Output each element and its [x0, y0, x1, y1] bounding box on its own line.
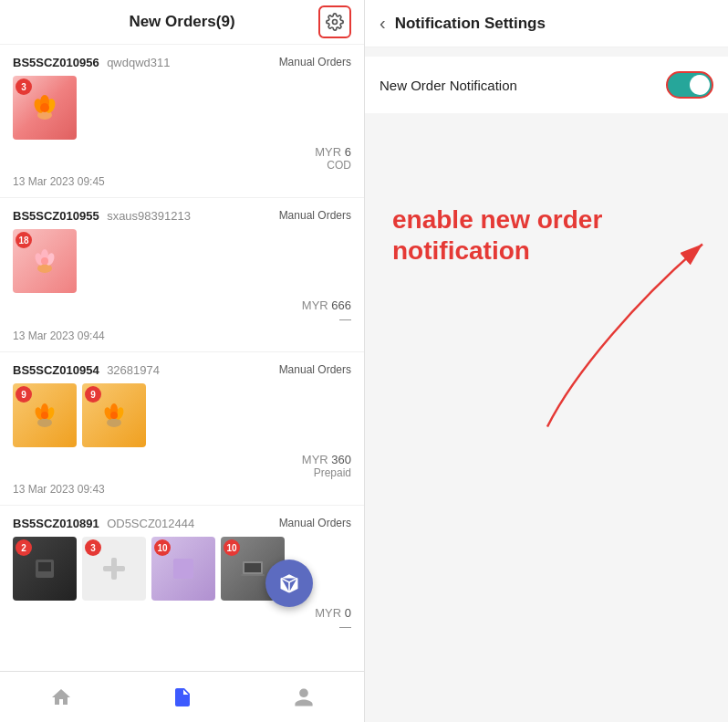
- image-badge: 10: [154, 539, 171, 556]
- right-panel-title: Notification Settings: [395, 15, 546, 33]
- left-panel: New Orders(9) BS5SCZ010956 qwdqwd311 Man…: [0, 0, 365, 722]
- image-badge: 18: [16, 232, 32, 248]
- new-order-notification-toggle[interactable]: [666, 71, 713, 99]
- svg-rect-28: [241, 574, 265, 576]
- svg-point-20: [110, 412, 118, 419]
- image-badge: 3: [16, 78, 32, 95]
- order-username: sxaus98391213: [107, 209, 191, 223]
- image-badge: 9: [16, 386, 32, 403]
- svg-point-16: [107, 418, 121, 427]
- nav-profile[interactable]: [243, 672, 364, 722]
- product-image: 2: [13, 537, 77, 601]
- order-time: 13 Mar 2023 09:45: [13, 175, 351, 188]
- annotation-area: enable new ordernotification: [365, 113, 728, 722]
- order-type: Manual Orders: [279, 209, 351, 222]
- product-image: 9: [82, 383, 146, 447]
- order-item[interactable]: BS5SCZ010955 sxaus98391213 Manual Orders: [0, 198, 364, 352]
- nav-home[interactable]: [0, 672, 121, 722]
- settings-button[interactable]: [318, 5, 351, 38]
- order-amount: MYR 666: [302, 298, 351, 312]
- image-badge: 10: [224, 539, 240, 556]
- toggle-knob: [690, 75, 710, 95]
- box-icon: [277, 571, 301, 595]
- back-button[interactable]: ‹: [380, 13, 386, 34]
- image-badge: 2: [16, 539, 32, 556]
- amount-section: MYR 6 COD: [13, 145, 351, 172]
- notification-setting-row: New Order Notification: [365, 57, 728, 113]
- right-panel: ‹ Notification Settings New Order Notifi…: [365, 0, 728, 722]
- profile-icon: [293, 686, 315, 708]
- order-payment: Prepaid: [314, 466, 351, 479]
- product-image: 9: [13, 383, 77, 447]
- order-id: BS5SCZ010956: [13, 56, 99, 69]
- order-username: 32681974: [107, 363, 160, 377]
- left-header: New Orders(9): [0, 0, 364, 45]
- order-item[interactable]: BS5SCZ010956 qwdqwd311 Manual Orders: [0, 45, 364, 198]
- product-image: 3: [13, 76, 77, 140]
- nav-orders[interactable]: [121, 672, 243, 722]
- order-payment: —: [339, 312, 351, 326]
- amount-section: MYR 360 Prepaid: [13, 453, 351, 479]
- svg-rect-25: [173, 559, 193, 579]
- svg-point-6: [37, 264, 52, 273]
- svg-rect-27: [244, 563, 261, 572]
- order-images: 9 9: [13, 383, 351, 447]
- left-header-title: New Orders(9): [129, 13, 234, 31]
- svg-rect-24: [103, 566, 125, 571]
- image-badge: 3: [85, 539, 101, 556]
- order-id: BS5SCZ010891: [13, 517, 99, 530]
- svg-point-15: [41, 412, 48, 419]
- order-images: 3: [13, 76, 351, 140]
- orders-icon: [172, 686, 193, 708]
- gear-icon: [326, 13, 344, 31]
- order-username: qwdqwd311: [107, 56, 170, 69]
- order-images: 18: [13, 229, 351, 293]
- bottom-navigation: [0, 671, 364, 722]
- floating-action-button[interactable]: [265, 560, 313, 607]
- order-type: Manual Orders: [279, 517, 351, 529]
- order-id: BS5SCZ010955: [13, 209, 99, 223]
- svg-point-11: [37, 418, 52, 427]
- order-amount: MYR 0: [315, 606, 351, 620]
- order-id: BS5SCZ010954: [13, 363, 99, 377]
- order-payment: COD: [327, 159, 351, 172]
- annotation-text: enable new ordernotification: [392, 204, 710, 266]
- svg-rect-22: [38, 562, 51, 571]
- product-image: 3: [82, 537, 146, 601]
- order-type: Manual Orders: [279, 363, 351, 376]
- order-payment: —: [339, 620, 351, 633]
- product-image: 10: [151, 537, 215, 601]
- order-item[interactable]: BS5SCZ010954 32681974 Manual Orders: [0, 352, 364, 506]
- notification-settings-header: ‹ Notification Settings: [365, 0, 728, 47]
- amount-section: MYR 0 —: [13, 606, 351, 633]
- order-type: Manual Orders: [279, 56, 351, 68]
- svg-point-5: [40, 103, 49, 112]
- amount-section: MYR 666 —: [13, 298, 351, 326]
- image-badge: 9: [85, 386, 101, 403]
- home-icon: [50, 686, 72, 708]
- order-amount: MYR 360: [302, 453, 351, 466]
- order-time: 13 Mar 2023 09:44: [13, 330, 351, 342]
- order-time: 13 Mar 2023 09:43: [13, 483, 351, 496]
- notification-label: New Order Notification: [380, 78, 517, 93]
- svg-point-0: [333, 20, 338, 25]
- product-image: 18: [13, 229, 77, 293]
- order-username: OD5SCZ012444: [107, 517, 194, 530]
- order-amount: MYR 6: [315, 145, 351, 159]
- svg-point-10: [41, 257, 48, 265]
